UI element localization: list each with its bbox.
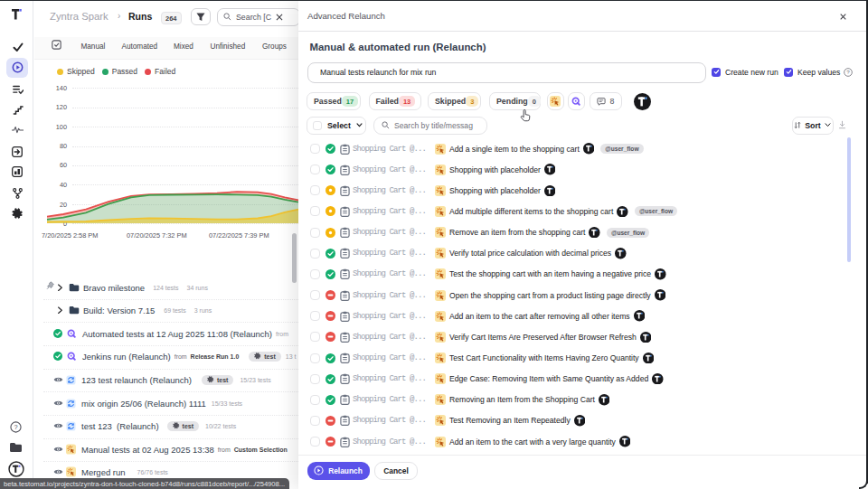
svg-text:?: ? [14, 423, 17, 431]
svg-text:?: ? [847, 69, 851, 75]
